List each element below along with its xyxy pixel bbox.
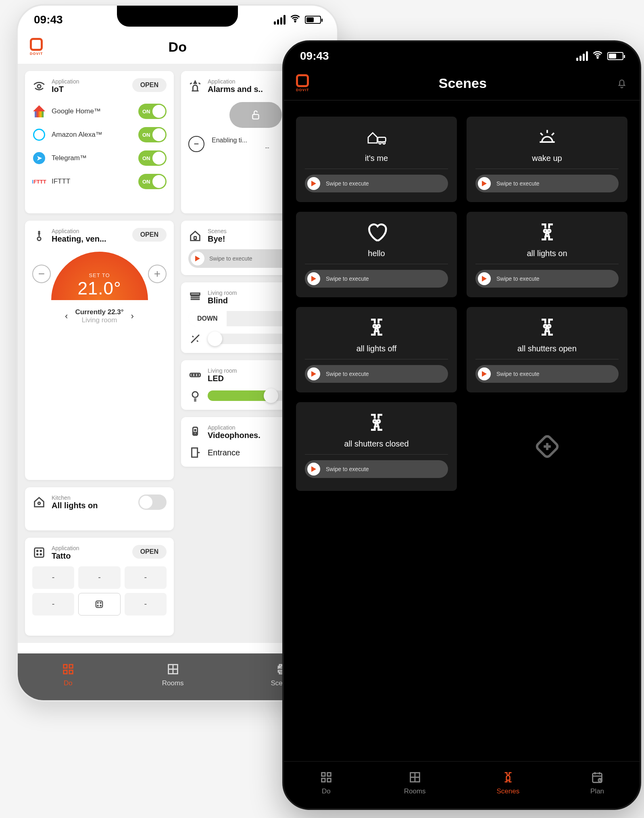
bell-icon[interactable] xyxy=(616,77,627,89)
blind-down-button[interactable]: DOWN xyxy=(188,311,227,326)
svg-point-37 xyxy=(546,234,548,236)
service-row: Google Home™ ON xyxy=(32,100,167,123)
grid-icon xyxy=(61,662,75,676)
scene-its-me[interactable]: it's me Swipe to execute xyxy=(296,117,457,202)
telegram-icon: ➤ xyxy=(32,151,46,165)
keypad-key[interactable]: - xyxy=(78,566,120,589)
svg-rect-28 xyxy=(64,670,67,674)
tab-do[interactable]: Do xyxy=(319,770,333,795)
bulb-icon xyxy=(188,389,202,403)
temp-minus-button[interactable]: − xyxy=(32,265,51,283)
iot-title: IoT xyxy=(52,85,79,94)
minus-button[interactable]: − xyxy=(188,136,204,152)
keypad-key[interactable]: - xyxy=(32,593,74,616)
keypad-key[interactable]: - xyxy=(125,593,167,616)
status-time: 09:43 xyxy=(34,13,63,26)
heating-open-button[interactable]: OPEN xyxy=(132,228,167,242)
swipe-label: Swipe to execute xyxy=(326,371,369,377)
svg-point-24 xyxy=(98,605,98,606)
led-title: LED xyxy=(208,374,237,383)
unlock-button[interactable] xyxy=(229,102,282,128)
prev-room-button[interactable]: ‹ xyxy=(60,311,73,321)
svg-rect-49 xyxy=(327,773,331,776)
alexa-icon xyxy=(32,128,46,142)
scene-generic-icon xyxy=(365,316,388,338)
signal-icon xyxy=(576,51,588,61)
svg-point-10 xyxy=(192,392,198,397)
tatto-card: Application Tatto OPEN - - - - - xyxy=(25,538,174,636)
scene-all-shutters-closed[interactable]: all shutters closed Swipe to execute xyxy=(296,402,457,491)
next-room-button[interactable]: › xyxy=(126,311,139,321)
tatto-section-label: Application xyxy=(52,545,79,551)
sunrise-icon xyxy=(536,125,559,148)
google-home-toggle[interactable]: ON xyxy=(138,104,167,119)
iot-open-button[interactable]: OPEN xyxy=(132,78,167,92)
svg-point-15 xyxy=(38,502,40,505)
tab-scenes[interactable]: Scenes xyxy=(496,770,519,795)
phone-notch xyxy=(401,42,522,63)
scene-swipe[interactable]: Swipe to execute xyxy=(305,270,448,288)
keypad-center-key[interactable] xyxy=(78,593,120,616)
tab-label: Rooms xyxy=(162,679,184,687)
tab-label: Do xyxy=(322,787,331,795)
logo-text: DOVIT xyxy=(30,52,43,56)
svg-point-43 xyxy=(546,329,548,332)
rooms-icon xyxy=(166,662,180,676)
scene-generic-icon xyxy=(536,316,559,338)
scene-all-shutters-open[interactable]: all shutters open Swipe to execute xyxy=(467,307,627,392)
scene-wake-up[interactable]: wake up Swipe to execute xyxy=(467,117,627,202)
scene-swipe[interactable]: Swipe to execute xyxy=(305,460,448,478)
room-label: Living room xyxy=(75,316,123,324)
appbar: DOVIT Scenes xyxy=(284,70,640,100)
logo[interactable]: DOVIT xyxy=(30,38,43,56)
tab-rooms[interactable]: Rooms xyxy=(404,770,426,795)
house-icon xyxy=(32,495,46,509)
svg-point-1 xyxy=(38,84,41,88)
scene-hello[interactable]: hello Swipe to execute xyxy=(296,212,457,297)
scene-all-lights-off[interactable]: all lights off Swipe to execute xyxy=(296,307,457,392)
tab-do[interactable]: Do xyxy=(61,662,75,687)
scene-swipe[interactable]: Swipe to execute xyxy=(475,270,619,288)
svg-rect-32 xyxy=(377,137,386,142)
wifi-icon xyxy=(592,49,603,63)
scene-generic-icon xyxy=(365,411,388,434)
scene-swipe[interactable]: Swipe to execute xyxy=(475,365,619,383)
tab-plan[interactable]: Plan xyxy=(590,770,604,795)
tatto-open-button[interactable]: OPEN xyxy=(132,545,167,559)
svg-point-0 xyxy=(295,21,296,21)
currently-label: Currently 22.3° xyxy=(75,308,123,316)
set-to-value: 21.0° xyxy=(77,278,121,298)
add-scene-button[interactable] xyxy=(467,402,627,491)
keypad-key[interactable]: - xyxy=(125,566,167,589)
temp-plus-button[interactable]: + xyxy=(148,265,167,283)
telegram-toggle[interactable]: ON xyxy=(138,150,167,166)
alexa-toggle[interactable]: ON xyxy=(138,127,167,142)
service-name: Google Home™ xyxy=(52,107,101,115)
scene-title: all shutters closed xyxy=(344,439,408,449)
svg-point-35 xyxy=(544,230,546,232)
swipe-label: Swipe to execute xyxy=(496,275,540,282)
scenes-grid[interactable]: it's me Swipe to execute wake up Swipe t… xyxy=(284,100,640,507)
tab-rooms[interactable]: Rooms xyxy=(162,662,184,687)
svg-point-20 xyxy=(40,554,42,555)
svg-rect-27 xyxy=(69,665,73,668)
kitchen-toggle[interactable] xyxy=(138,495,167,510)
logo[interactable]: DOVIT xyxy=(296,74,309,92)
scene-swipe[interactable]: Swipe to execute xyxy=(305,365,448,383)
svg-point-42 xyxy=(548,325,550,328)
service-name: Telegram™ xyxy=(52,154,87,162)
scene-swipe[interactable]: Swipe to execute xyxy=(475,175,619,192)
play-icon xyxy=(478,367,491,380)
tilt-icon xyxy=(188,332,202,346)
google-home-icon xyxy=(32,104,46,118)
scene-all-lights-on[interactable]: all lights on Swipe to execute xyxy=(467,212,627,297)
house-lock-icon xyxy=(188,229,202,243)
alarms-section-label: Application xyxy=(208,78,263,85)
swipe-label: Swipe to execute xyxy=(326,275,369,282)
ifttt-toggle[interactable]: ON xyxy=(138,174,167,189)
keypad-key[interactable]: - xyxy=(32,566,74,589)
svg-point-41 xyxy=(544,325,546,328)
scene-swipe[interactable]: Swipe to execute xyxy=(305,175,448,192)
house-car-icon xyxy=(365,125,388,148)
service-name: IFTTT xyxy=(52,177,70,186)
